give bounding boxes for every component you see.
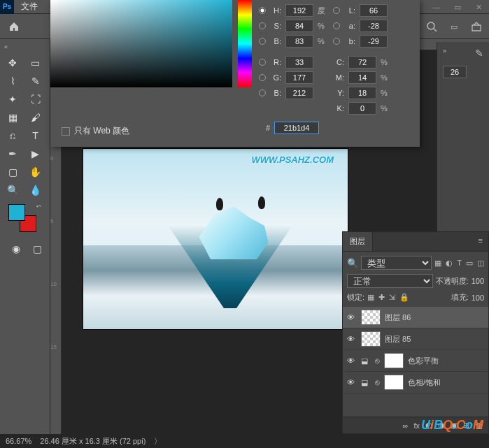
input-bv[interactable]: [285, 87, 313, 99]
link-icon[interactable]: ⎋: [375, 356, 380, 365]
mask-icon[interactable]: ◐: [425, 421, 432, 430]
toolbox-collapse[interactable]: «: [3, 42, 47, 52]
hand-tool[interactable]: ✋: [26, 164, 45, 180]
layer-item[interactable]: 👁 ⬓ ⎋ 色相/饱和: [343, 372, 488, 393]
input-y[interactable]: [348, 87, 376, 99]
layer-item[interactable]: 👁 ⬓ ⎋ 色彩平衡: [343, 350, 488, 372]
visibility-icon[interactable]: 👁: [347, 313, 357, 321]
crop-tool[interactable]: ⛶: [26, 91, 45, 108]
group-icon[interactable]: ▣: [451, 421, 458, 430]
input-l[interactable]: [360, 4, 388, 17]
pen-tool[interactable]: ✒: [3, 145, 22, 162]
web-only-checkbox[interactable]: [62, 127, 70, 136]
visibility-icon[interactable]: 👁: [347, 335, 357, 343]
zoom-level[interactable]: 66.67%: [6, 437, 31, 445]
screenmode-tool[interactable]: ▢: [29, 240, 48, 257]
shape-tool[interactable]: ▢: [3, 164, 22, 180]
layer-name[interactable]: 图层 85: [385, 334, 411, 345]
eyedropper-tool[interactable]: 💧: [26, 182, 45, 198]
visibility-icon[interactable]: 👁: [347, 378, 357, 386]
new-layer-icon[interactable]: ⊞: [463, 421, 469, 430]
link-layers-icon[interactable]: ∞: [403, 421, 409, 430]
layer-item[interactable]: 👁 图层 86: [343, 307, 488, 328]
radio-bv[interactable]: [259, 89, 266, 96]
menu-file[interactable]: 文件: [14, 1, 45, 13]
filter-pixel-icon[interactable]: ▦: [434, 259, 441, 268]
quickmask-tool[interactable]: ◉: [7, 240, 26, 257]
edit-icon[interactable]: ✎: [475, 48, 483, 59]
clone-tool[interactable]: ⎌: [3, 127, 22, 144]
home-icon[interactable]: [6, 18, 22, 35]
radio-s[interactable]: [259, 22, 266, 29]
input-hex[interactable]: [274, 122, 319, 134]
visibility-icon[interactable]: 👁: [347, 356, 357, 365]
lock-position-icon[interactable]: ✚: [378, 293, 385, 302]
link-icon[interactable]: ⎋: [375, 378, 380, 386]
frame-tool[interactable]: ▦: [3, 109, 22, 126]
filter-type-icon[interactable]: T: [457, 259, 462, 268]
delete-icon[interactable]: 🗑: [475, 421, 483, 430]
filter-smart-icon[interactable]: ◫: [477, 259, 484, 268]
layer-thumb[interactable]: [361, 310, 381, 325]
document-canvas[interactable]: WWW.PSAHZ.COM: [83, 148, 348, 330]
radio-a[interactable]: [333, 22, 340, 29]
window-restore[interactable]: ▭: [447, 0, 468, 14]
input-s[interactable]: [285, 20, 313, 32]
blend-mode-select[interactable]: 正常: [347, 274, 433, 288]
type-tool[interactable]: T: [26, 127, 45, 144]
radio-g[interactable]: [259, 74, 266, 81]
tab-layers[interactable]: 图层: [343, 232, 373, 251]
document-dims[interactable]: 26.46 厘米 x 16.3 厘米 (72 ppi): [40, 436, 146, 447]
panel-menu-icon[interactable]: ≡: [473, 232, 488, 251]
lasso-tool[interactable]: ⌇: [3, 73, 22, 89]
radio-h[interactable]: [259, 7, 266, 14]
opacity-value[interactable]: 100: [472, 277, 484, 285]
path-select-tool[interactable]: ▶: [26, 145, 45, 162]
mask-thumb[interactable]: [384, 353, 404, 368]
input-r[interactable]: [285, 56, 313, 68]
marquee-tool[interactable]: ▭: [26, 55, 45, 71]
input-h[interactable]: [285, 4, 313, 17]
layer-item[interactable]: 👁 图层 85: [343, 328, 488, 350]
window-close[interactable]: ✕: [468, 0, 489, 14]
color-swatches[interactable]: ⤺: [8, 204, 36, 232]
input-k[interactable]: [348, 102, 376, 115]
radio-r[interactable]: [259, 59, 266, 66]
lock-all-icon[interactable]: 🔒: [399, 293, 409, 302]
layer-filter-select[interactable]: 类型: [361, 256, 432, 270]
filter-adjust-icon[interactable]: ◐: [446, 259, 453, 268]
filter-shape-icon[interactable]: ▭: [466, 259, 473, 268]
radio-bb[interactable]: [333, 38, 340, 45]
workspace-icon[interactable]: ▭: [447, 20, 461, 34]
input-b[interactable]: [285, 35, 313, 48]
radio-l[interactable]: [333, 7, 340, 14]
quick-select-tool[interactable]: ✎: [26, 73, 45, 89]
fx-icon[interactable]: fx: [413, 421, 420, 430]
lock-pixels-icon[interactable]: ▦: [367, 293, 374, 302]
move-tool[interactable]: ✥: [3, 55, 22, 71]
window-minimize[interactable]: —: [426, 0, 447, 14]
foreground-color-swatch[interactable]: [8, 204, 25, 221]
layer-name[interactable]: 色相/饱和: [408, 377, 441, 388]
fill-value[interactable]: 100: [472, 294, 484, 302]
swap-colors-icon[interactable]: ⤺: [36, 203, 42, 210]
adjustment-layer-icon[interactable]: ◑: [438, 421, 445, 430]
zoom-tool[interactable]: 🔍: [3, 182, 22, 198]
layer-thumb[interactable]: [361, 331, 381, 347]
layer-name[interactable]: 图层 86: [385, 312, 411, 323]
layer-name[interactable]: 色彩平衡: [408, 356, 439, 366]
input-bb[interactable]: [360, 35, 388, 48]
search-icon[interactable]: [425, 20, 439, 34]
magic-wand-tool[interactable]: ✦: [3, 91, 22, 108]
share-icon[interactable]: [469, 20, 483, 34]
lock-artboard-icon[interactable]: ⇲: [389, 293, 395, 302]
brush-tool[interactable]: 🖌: [26, 109, 45, 126]
radio-b[interactable]: [259, 38, 266, 45]
input-c[interactable]: [348, 56, 376, 68]
status-chevron-icon[interactable]: 〉: [154, 436, 162, 447]
input-a[interactable]: [360, 20, 388, 32]
input-g[interactable]: [285, 71, 313, 84]
hue-slider[interactable]: [238, 0, 252, 87]
color-field[interactable]: [50, 0, 232, 87]
mini-panel-input[interactable]: [443, 66, 467, 78]
